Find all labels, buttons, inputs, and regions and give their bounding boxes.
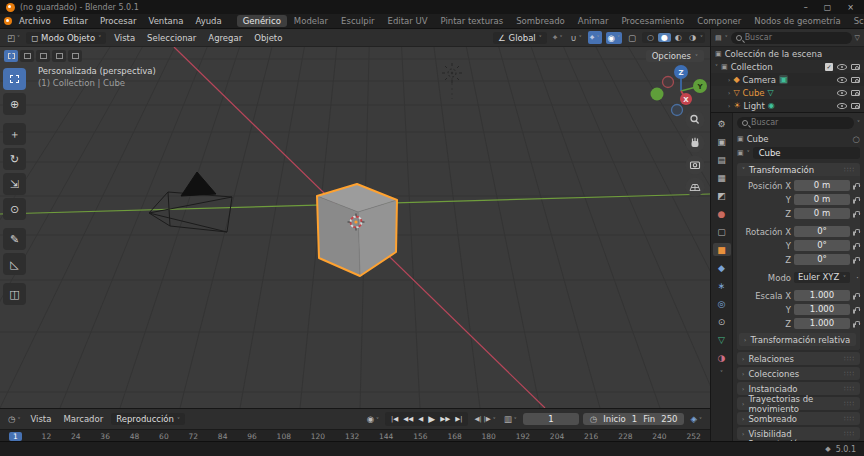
lock-icon[interactable] — [853, 231, 855, 236]
select-intersect-button[interactable] — [68, 50, 82, 62]
tab-procesamiento[interactable]: Procesamiento — [615, 15, 690, 27]
lock-icon[interactable] — [853, 323, 855, 328]
outliner-search[interactable] — [731, 32, 852, 44]
menu-archivo[interactable]: Archivo — [14, 15, 56, 27]
render-visibility-icon[interactable] — [851, 103, 860, 109]
render-visibility-icon[interactable] — [851, 64, 860, 70]
scale-tool[interactable]: ⇲ — [3, 173, 26, 195]
grip-icon[interactable]: ∷∷ — [844, 166, 855, 174]
outliner-row-light[interactable]: › ☀ Light ◉ — [711, 99, 864, 112]
rotation-z-field[interactable]: 0° — [794, 254, 850, 265]
gizmo-neg-x[interactable] — [663, 77, 674, 88]
measure-tool[interactable]: ◺ — [3, 253, 26, 275]
cursor-tool[interactable]: ⊕ — [3, 93, 26, 115]
shading-solid-button[interactable]: ● — [658, 33, 671, 42]
panel-trayectorias[interactable]: ›Trayectorias de movimiento∷∷ — [737, 397, 860, 410]
timeline-menu-reproduccion[interactable]: Reproducción ˅ — [111, 413, 185, 425]
scale-z-field[interactable]: 1.000 — [794, 318, 850, 329]
menu-objeto[interactable]: Objeto — [250, 32, 286, 44]
rotation-y-field[interactable]: 0° — [794, 240, 850, 251]
menu-ventana[interactable]: Ventana — [143, 15, 188, 27]
mode-dropdown[interactable]: ◻ Modo Objeto ˅ — [26, 32, 106, 44]
animate-dot-icon[interactable]: · — [856, 273, 859, 283]
annotate-tool[interactable]: ✎ — [3, 228, 26, 250]
play-button[interactable]: ▶ — [428, 414, 435, 424]
jump-end-button[interactable]: ▶| — [455, 415, 462, 423]
select-box-tool[interactable] — [3, 68, 26, 90]
camera-view-button[interactable] — [686, 156, 705, 175]
keying-set-button[interactable]: ◈ ˅ — [688, 413, 704, 425]
menu-procesar[interactable]: Procesar — [95, 15, 142, 27]
menu-ayuda[interactable]: Ayuda — [190, 15, 226, 27]
outliner-row-scene-collection[interactable]: ▣ Colección de la escena — [711, 47, 864, 60]
lock-icon[interactable] — [853, 185, 855, 190]
position-y-field[interactable]: 0 m — [794, 194, 850, 205]
options-button[interactable]: Opciones ˅ — [646, 50, 704, 62]
tab-object-data[interactable]: ▽ — [713, 333, 731, 346]
viewport-canvas[interactable]: Z Y X — [0, 47, 710, 408]
shading-rendered-button[interactable]: ◑ — [686, 33, 699, 42]
maximize-button[interactable]: ▢ — [824, 3, 832, 12]
lock-icon[interactable] — [853, 295, 855, 300]
overlays-toggle[interactable]: ◉ ˅ — [606, 32, 622, 44]
tab-pintar-texturas[interactable]: Pintar texturas — [434, 15, 509, 27]
gizmos-toggle[interactable]: ⌖ ˅ — [588, 31, 602, 44]
eye-icon[interactable] — [837, 64, 847, 70]
select-extend-button[interactable] — [20, 50, 34, 62]
properties-search[interactable] — [737, 117, 854, 129]
eye-icon[interactable] — [837, 77, 847, 83]
tab-material[interactable]: ◑ — [713, 351, 731, 364]
expand-icon[interactable]: › — [728, 102, 730, 109]
pivot-dropdown[interactable]: ⌖ ˅ — [551, 31, 565, 44]
panel-sombreado[interactable]: ›Sombreado∷∷ — [737, 412, 860, 425]
panel-colecciones[interactable]: ›Colecciones∷∷ — [737, 367, 860, 380]
tab-generico[interactable]: Genérico — [237, 15, 287, 27]
outliner-row-cube[interactable]: › ▽ Cube ▽ — [711, 86, 864, 99]
tab-tool[interactable]: ⚙ — [713, 117, 731, 130]
tab-particles[interactable]: ∗ — [713, 279, 731, 292]
transform-panel-header[interactable]: ˅ Transformación ∷∷ — [737, 163, 860, 176]
delta-transform-subpanel[interactable]: › Transformación relativa — [739, 333, 856, 346]
lock-icon[interactable] — [853, 245, 855, 250]
play-reverse-button[interactable]: ◀ — [418, 415, 423, 423]
expand-icon[interactable]: ˅ — [715, 63, 718, 70]
minimize-button[interactable]: – — [804, 3, 808, 12]
timeline-editor-button[interactable]: ◷ ˅ — [6, 413, 22, 425]
lock-icon[interactable] — [853, 199, 855, 204]
scale-y-field[interactable]: 1.000 — [794, 304, 850, 315]
tab-modifiers[interactable]: ◆ — [713, 261, 731, 274]
viewport-3d[interactable]: ◰ ˅ ◻ Modo Objeto ˅ Vista Seleccionar Ag… — [0, 29, 710, 408]
tab-scene[interactable]: ◩ — [713, 189, 731, 202]
tab-componer[interactable]: Componer — [691, 15, 747, 27]
collection-checkbox[interactable]: ✓ — [825, 63, 833, 71]
tab-output[interactable]: ▤ — [713, 153, 731, 166]
shading-wireframe-button[interactable]: ○ — [644, 33, 657, 42]
gizmo-neg-z[interactable] — [672, 105, 683, 116]
outliner-display-mode[interactable]: ▤ — [715, 34, 722, 42]
shading-material-button[interactable]: ◐ — [672, 33, 685, 42]
object-name-field[interactable]: Cube — [753, 147, 860, 159]
position-x-field[interactable]: 0 m — [794, 180, 850, 191]
tab-editar-uv[interactable]: Editar UV — [382, 15, 434, 27]
close-button[interactable]: × — [847, 3, 854, 12]
lock-icon[interactable] — [853, 213, 855, 218]
panel-relaciones[interactable]: ›Relaciones∷∷ — [737, 352, 860, 365]
end-frame-field[interactable]: 250 — [661, 414, 677, 424]
frame-forward-button[interactable]: |▶ — [484, 415, 491, 423]
properties-search-input[interactable] — [751, 118, 849, 127]
timeline-filter-button[interactable]: ▥ ˅ — [502, 413, 519, 425]
tab-object[interactable]: ■ — [713, 243, 731, 256]
move-tool[interactable]: ＋ — [3, 123, 26, 145]
lock-icon[interactable] — [853, 309, 855, 314]
select-subtract-button[interactable] — [36, 50, 50, 62]
timeline-menu-vista[interactable]: Vista — [26, 413, 55, 425]
outliner-filter-icon[interactable]: ▽ — [855, 34, 860, 42]
pin-icon[interactable]: ○ — [853, 134, 860, 144]
outliner-row-camera[interactable]: › ◆ Camera ▣ — [711, 73, 864, 86]
position-z-field[interactable]: 0 m — [794, 208, 850, 219]
tab-scripting-truncated[interactable]: Sc — [848, 15, 864, 27]
add-cube-tool[interactable]: ◫ — [3, 283, 26, 305]
menu-editar[interactable]: Editar — [58, 15, 93, 27]
scale-x-field[interactable]: 1.000 — [794, 290, 850, 301]
render-visibility-icon[interactable] — [851, 77, 860, 83]
